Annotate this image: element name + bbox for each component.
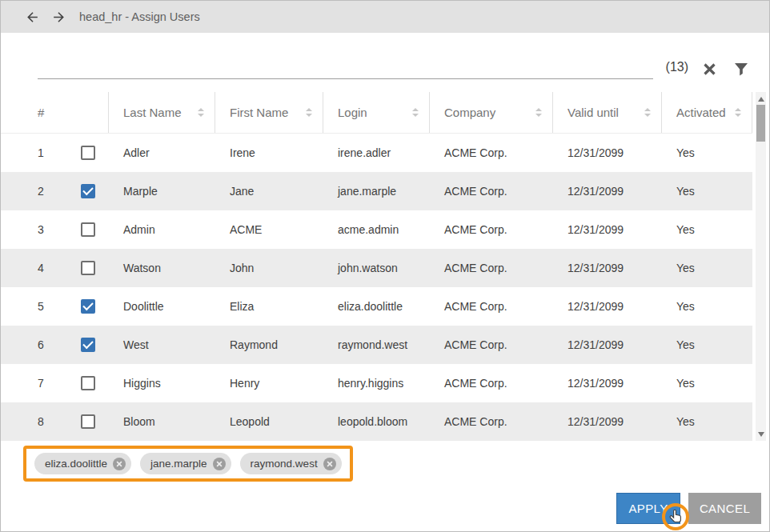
column-header-first-name[interactable]: First Name <box>215 92 323 133</box>
row-number: 1 <box>38 146 70 159</box>
result-count: (13) <box>666 60 688 74</box>
column-header-company[interactable]: Company <box>430 92 553 133</box>
chip-remove-icon[interactable] <box>323 458 336 470</box>
chip-remove-icon[interactable] <box>213 458 226 470</box>
cell-first-name: ACME <box>215 210 323 249</box>
cell-company: ACME Corp. <box>430 249 553 287</box>
footer: APPLY CANCEL <box>1 493 769 524</box>
row-checkbox[interactable] <box>81 146 95 160</box>
cell-valid-until: 12/31/2099 <box>553 364 662 402</box>
selected-user-chip: raymond.west <box>240 453 342 474</box>
column-header-login[interactable]: Login <box>323 92 430 133</box>
cell-first-name: John <box>215 249 323 287</box>
cell-login: jane.marple <box>323 172 430 210</box>
selected-users-group: eliza.doolittle jane.marple raymond.west <box>34 453 342 474</box>
cell-valid-until: 12/31/2099 <box>553 326 662 364</box>
cell-first-name: Jane <box>215 172 323 210</box>
cell-index: 2 <box>1 172 109 210</box>
sort-icon <box>198 108 204 117</box>
filter-bar: (13) <box>38 52 748 79</box>
filter-funnel-icon[interactable] <box>734 62 748 76</box>
cell-login: acme.admin <box>323 210 430 249</box>
row-checkbox[interactable] <box>81 184 95 198</box>
cell-company: ACME Corp. <box>430 287 553 326</box>
scroll-down-icon[interactable] <box>756 428 766 440</box>
cell-activated: Yes <box>662 249 752 287</box>
cell-login: leopold.bloom <box>323 402 430 441</box>
row-number: 7 <box>38 377 70 390</box>
cell-valid-until: 12/31/2099 <box>553 249 662 287</box>
cell-company: ACME Corp. <box>430 134 553 172</box>
forward-arrow-icon[interactable] <box>51 10 66 25</box>
cell-company: ACME Corp. <box>430 172 553 210</box>
sort-icon <box>735 108 741 117</box>
table-row[interactable]: 1 Adler Irene irene.adler ACME Corp. 12/… <box>1 134 752 172</box>
back-arrow-icon[interactable] <box>25 10 40 25</box>
cancel-button[interactable]: CANCEL <box>688 493 761 524</box>
chip-label: jane.marple <box>150 458 207 470</box>
cell-company: ACME Corp. <box>430 210 553 249</box>
cell-company: ACME Corp. <box>430 326 553 364</box>
cell-index: 5 <box>1 287 109 326</box>
table-row[interactable]: 7 Higgins Henry henry.higgins ACME Corp.… <box>1 364 752 402</box>
cell-first-name: Raymond <box>215 326 323 364</box>
column-header-activated[interactable]: Activated <box>662 92 752 133</box>
cell-activated: Yes <box>662 287 752 326</box>
table-row[interactable]: 8 Bloom Leopold leopold.bloom ACME Corp.… <box>1 402 752 441</box>
sort-icon <box>535 108 542 117</box>
cell-first-name: Irene <box>215 134 323 172</box>
page-title: head_hr - Assign Users <box>79 10 200 23</box>
row-checkbox[interactable] <box>81 338 95 352</box>
titlebar: head_hr - Assign Users <box>1 1 769 33</box>
filter-input[interactable] <box>38 55 653 79</box>
cell-last-name: Doolittle <box>109 287 215 326</box>
cell-index: 3 <box>1 210 109 249</box>
cell-activated: Yes <box>662 402 752 441</box>
cell-login: irene.adler <box>323 134 430 172</box>
row-number: 8 <box>38 415 70 428</box>
row-number: 4 <box>38 262 70 274</box>
cell-login: john.watson <box>323 249 430 287</box>
cell-valid-until: 12/31/2099 <box>553 210 662 249</box>
sort-icon <box>306 108 312 117</box>
chip-label: eliza.doolittle <box>45 458 107 470</box>
cell-valid-until: 12/31/2099 <box>553 134 662 172</box>
cell-last-name: West <box>109 326 215 364</box>
cell-login: eliza.doolittle <box>323 287 430 326</box>
assign-users-window: head_hr - Assign Users (13) # Last Name <box>0 0 770 532</box>
cell-activated: Yes <box>662 172 752 210</box>
scroll-up-icon[interactable] <box>756 93 766 105</box>
table-row[interactable]: 4 Watson John john.watson ACME Corp. 12/… <box>1 249 752 287</box>
row-checkbox[interactable] <box>81 299 95 314</box>
row-checkbox[interactable] <box>81 261 95 275</box>
chip-label: raymond.west <box>251 458 318 470</box>
cell-login: raymond.west <box>323 326 430 364</box>
column-header-last-name[interactable]: Last Name <box>109 92 215 133</box>
table-row[interactable]: 5 Doolittle Eliza eliza.doolittle ACME C… <box>1 287 752 326</box>
cell-last-name: Adler <box>109 134 215 172</box>
chip-remove-icon[interactable] <box>113 458 126 470</box>
cell-index: 4 <box>1 249 109 287</box>
row-checkbox[interactable] <box>81 222 95 237</box>
cell-last-name: Watson <box>109 249 215 287</box>
scrollbar-thumb[interactable] <box>756 105 765 142</box>
vertical-scrollbar[interactable] <box>756 92 766 441</box>
cell-last-name: Marple <box>109 172 215 210</box>
cell-activated: Yes <box>662 326 752 364</box>
cell-last-name: Admin <box>109 210 215 249</box>
row-checkbox[interactable] <box>81 414 95 429</box>
apply-button[interactable]: APPLY <box>616 493 680 524</box>
column-header-valid-until[interactable]: Valid until <box>553 92 662 133</box>
row-number: 3 <box>38 223 70 236</box>
table-row[interactable]: 3 Admin ACME acme.admin ACME Corp. 12/31… <box>1 210 752 249</box>
table-row[interactable]: 2 Marple Jane jane.marple ACME Corp. 12/… <box>1 172 752 210</box>
cell-index: 8 <box>1 402 109 441</box>
clear-filter-icon[interactable] <box>703 62 716 76</box>
row-checkbox[interactable] <box>81 376 95 390</box>
cell-activated: Yes <box>662 134 752 172</box>
cell-last-name: Bloom <box>109 402 215 441</box>
table-header: # Last Name First Name Login Company Val… <box>1 92 752 134</box>
cell-first-name: Henry <box>215 364 323 402</box>
sort-icon <box>412 108 419 117</box>
table-row[interactable]: 6 West Raymond raymond.west ACME Corp. 1… <box>1 326 752 364</box>
